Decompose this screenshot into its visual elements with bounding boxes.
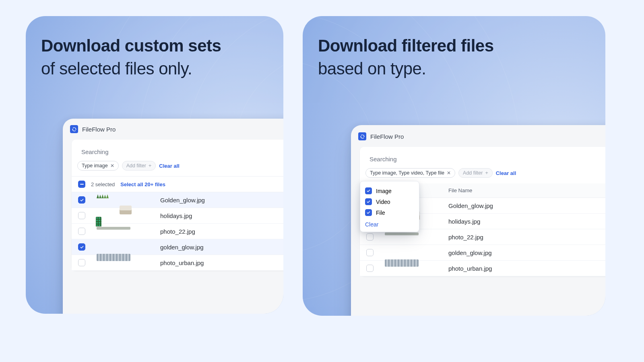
file-row[interactable]: golden_glow.jpg: [72, 239, 283, 255]
promo-panel-left: Download custom sets of selected files o…: [26, 16, 283, 314]
search-label: Searching: [360, 147, 605, 165]
row-checkbox[interactable]: [78, 212, 85, 219]
file-row[interactable]: golden_glow.jpg: [360, 245, 605, 261]
filter-bar: Type image ✕ Add filter + Clear all: [72, 158, 283, 176]
file-listing-card: Searching Type image, Type video, Type f…: [360, 147, 605, 276]
option-label: Video: [376, 199, 390, 205]
file-name: Golden_glow.jpg: [421, 202, 605, 209]
filter-bar: Type image, Type video, Type file ✕ Add …: [360, 165, 605, 183]
add-filter-label: Add filter: [126, 163, 146, 169]
file-name: photo_22.jpg: [421, 234, 605, 241]
option-checkbox[interactable]: [365, 209, 372, 216]
filter-chip-type[interactable]: Type image, Type video, Type file ✕: [365, 168, 455, 178]
file-name: photo_urban.jpg: [421, 265, 605, 272]
app-logo-icon: [358, 132, 366, 140]
selection-summary-row: 2 selected Select all 20+ files: [72, 176, 283, 192]
app-window-right: FileFlow Pro Searching Type image, Type …: [351, 125, 605, 316]
app-titlebar: FileFlow Pro: [351, 126, 605, 147]
promo-panel-right: Download filtered files based on type. F…: [303, 16, 605, 316]
file-row[interactable]: photo_urban.jpg: [72, 255, 283, 271]
popover-clear[interactable]: Clear: [365, 218, 414, 228]
headline-bold: Download filtered files: [318, 35, 590, 58]
headline-bold: Download custom sets: [41, 35, 268, 58]
type-filter-popover: Image Video File Clear: [360, 181, 419, 232]
app-window-left: FileFlow Pro Searching Type image ✕ Add …: [63, 119, 283, 314]
row-checkbox[interactable]: [366, 233, 374, 241]
file-row[interactable]: holidays.jpg: [72, 208, 283, 224]
row-checkbox[interactable]: [78, 196, 85, 204]
plus-icon: +: [149, 163, 151, 169]
app-name: FileFlow Pro: [370, 133, 404, 140]
option-label: File: [376, 210, 385, 216]
option-checkbox[interactable]: [365, 198, 372, 205]
select-all-link[interactable]: Select all 20+ files: [120, 181, 165, 187]
app-logo-icon: [70, 125, 78, 133]
add-filter-label: Add filter: [463, 170, 483, 176]
close-icon[interactable]: ✕: [447, 170, 451, 176]
option-label: Image: [376, 188, 392, 194]
indeterminate-checkbox[interactable]: [78, 181, 85, 188]
row-checkbox[interactable]: [366, 265, 374, 272]
row-checkbox[interactable]: [78, 228, 85, 235]
file-name: holidays.jpg: [133, 212, 283, 219]
row-checkbox[interactable]: [366, 249, 374, 256]
headline-rest: based on type.: [318, 59, 426, 78]
headline-left: Download custom sets of selected files o…: [41, 35, 268, 80]
search-label: Searching: [72, 140, 283, 158]
file-name: golden_glow.jpg: [133, 244, 283, 251]
app-titlebar: FileFlow Pro: [63, 119, 283, 140]
headline-right: Download filtered files based on type.: [318, 35, 590, 80]
file-listing-card: Searching Type image ✕ Add filter + Clea…: [72, 140, 283, 271]
file-name: photo_22.jpg: [133, 228, 283, 235]
filter-option[interactable]: File: [365, 207, 414, 218]
file-row[interactable]: Golden_glow.jpg: [72, 192, 283, 208]
row-checkbox[interactable]: [78, 259, 85, 266]
app-name: FileFlow Pro: [82, 126, 116, 133]
file-name: golden_glow.jpg: [421, 249, 605, 256]
plus-icon: +: [485, 170, 488, 176]
file-name: holidays.jpg: [421, 218, 605, 225]
selected-count: 2 selected: [91, 181, 115, 187]
close-icon[interactable]: ✕: [110, 163, 114, 169]
filter-chip-label: Type image: [82, 163, 108, 169]
file-row[interactable]: photo_22.jpg: [72, 224, 283, 239]
file-row[interactable]: photo_urban.jpg: [360, 261, 605, 276]
file-rows-left: Golden_glow.jpg holidays.jpg photo_22.jp…: [72, 192, 283, 271]
clear-all-link[interactable]: Clear all: [159, 163, 180, 169]
filter-option[interactable]: Image: [365, 185, 414, 196]
headline-rest: of selected files only.: [41, 59, 192, 78]
filter-chip-type[interactable]: Type image ✕: [77, 161, 119, 171]
option-checkbox[interactable]: [365, 187, 372, 194]
file-name: photo_urban.jpg: [133, 259, 283, 266]
add-filter-chip[interactable]: Add filter +: [122, 161, 156, 171]
file-name: Golden_glow.jpg: [133, 197, 283, 204]
row-checkbox[interactable]: [78, 243, 85, 251]
col-filename: File Name: [421, 187, 605, 193]
clear-all-link[interactable]: Clear all: [496, 170, 516, 176]
filter-option[interactable]: Video: [365, 196, 414, 207]
filter-chip-label: Type image, Type video, Type file: [370, 170, 444, 176]
add-filter-chip[interactable]: Add filter +: [458, 168, 493, 178]
